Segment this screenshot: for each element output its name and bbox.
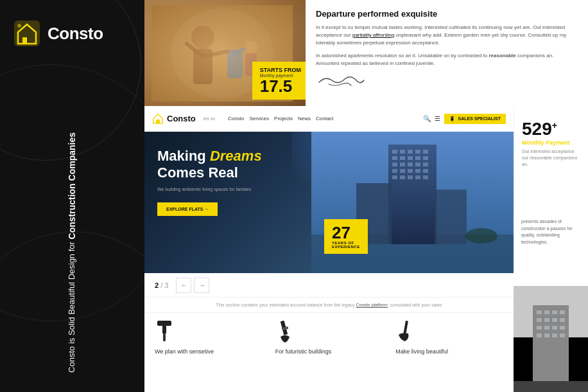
svg-rect-72 (514, 381, 588, 392)
hammer-icon (155, 321, 174, 343)
hero-content: Making Dreams Comes Real We building amb… (144, 132, 311, 273)
consto-platform-link[interactable]: Consto platform (356, 303, 388, 307)
website-preview: Consto en ru Consto Services Projects Ne… (144, 106, 514, 392)
service-label-futuristic: For futuristic buildings (275, 348, 332, 355)
svg-rect-30 (415, 163, 420, 166)
badge-label: Starts from (260, 67, 301, 73)
phone-icon: 📱 (449, 116, 455, 121)
page-number: 2 / 3 (155, 281, 168, 289)
sales-specialist-button[interactable]: 📱 SALES SPECIALIST (444, 114, 506, 124)
svg-rect-59 (560, 310, 565, 314)
hero-title-comes-real: Comes Real (157, 165, 238, 181)
prev-page-button[interactable]: ← (176, 278, 191, 293)
nav-logo[interactable]: Consto (152, 113, 196, 125)
shovel-icon (395, 321, 415, 343)
nav-logo-icon (152, 113, 164, 125)
svg-rect-60 (537, 318, 542, 322)
service-label-plan: We plan with sensetive (155, 348, 214, 355)
right-text-panel: presents decades of construction a passi… (514, 212, 588, 286)
nav-link-services[interactable]: Services (249, 116, 269, 121)
menu-icon[interactable]: ☰ (435, 115, 440, 122)
top-right-section: Starts from Monthy payment 17.5 Departur… (139, 0, 588, 106)
svg-rect-21 (423, 150, 428, 154)
svg-rect-39 (408, 175, 413, 179)
svg-rect-27 (392, 163, 397, 166)
vertical-tagline: Consto is Solid Beautiful Design for Con… (66, 132, 79, 373)
svg-rect-33 (400, 169, 405, 173)
brush-icon (275, 321, 295, 343)
svg-rect-32 (392, 169, 397, 173)
current-page: 2 (155, 281, 159, 289)
services-section: We plan with sensetive For futuristic bu… (144, 313, 514, 362)
svg-rect-31 (423, 163, 428, 166)
nav-link-consto[interactable]: Consto (228, 116, 244, 121)
service-item-beautiful: Make living beautiful (395, 321, 503, 355)
nav-logo-text: Consto (167, 114, 196, 123)
svg-point-8 (245, 40, 257, 53)
tagline-line1: Consto is Solid Beautiful Design (67, 254, 76, 373)
right-building-svg (514, 286, 588, 392)
family-photo-area: Starts from Monthy payment 17.5 (139, 0, 306, 106)
svg-rect-69 (544, 334, 549, 337)
hero-title-dreams: Dreams (210, 148, 262, 164)
years-number: 27 (332, 224, 360, 241)
svg-rect-71 (560, 334, 565, 337)
svg-rect-24 (408, 156, 413, 160)
svg-rect-26 (423, 156, 428, 160)
svg-rect-51 (404, 321, 409, 335)
consto-logo-icon (13, 19, 41, 48)
svg-rect-18 (400, 150, 405, 154)
svg-rect-25 (415, 156, 420, 160)
nav-bar: Consto en ru Consto Services Projects Ne… (144, 106, 514, 132)
svg-point-4 (191, 26, 214, 49)
svg-rect-67 (560, 326, 565, 330)
svg-rect-22 (392, 156, 397, 160)
logo-text: Consto (48, 24, 103, 44)
top-text-content: Departure performed exquisite In it exce… (306, 0, 588, 106)
affronting-link[interactable]: partiality affronting (352, 32, 394, 38)
svg-rect-17 (392, 150, 397, 154)
svg-rect-68 (537, 334, 542, 337)
search-icon[interactable]: 🔍 (423, 115, 431, 122)
next-page-button[interactable]: → (194, 278, 209, 293)
svg-rect-13 (156, 120, 160, 123)
svg-rect-58 (552, 310, 557, 314)
hero-title: Making Dreams Comes Real (157, 148, 298, 182)
hero-subtitle: We building ambientic living spaces for … (157, 187, 298, 192)
total-pages: 3 (164, 281, 168, 289)
tagline-line2: for (67, 240, 76, 252)
nav-language[interactable]: en ru (203, 116, 215, 121)
nav-link-projects[interactable]: Projects (274, 116, 293, 121)
svg-rect-48 (163, 334, 166, 341)
stats-label: Monthly Payment (522, 139, 580, 146)
svg-rect-47 (157, 321, 171, 326)
nav-links: Consto Services Projects News Contact (228, 116, 334, 121)
signature-area (316, 73, 578, 91)
explore-btn-label: EXPLORE FLATS → (166, 207, 209, 211)
svg-line-12 (235, 49, 245, 53)
tagline-line3: Construction Companies (67, 132, 77, 239)
svg-rect-7 (227, 49, 243, 78)
nav-link-news[interactable]: News (298, 116, 311, 121)
stats-superscript: + (552, 120, 557, 130)
svg-line-10 (187, 44, 203, 57)
svg-point-45 (465, 228, 497, 244)
svg-rect-43 (435, 190, 467, 244)
badge-price: 17.5 (260, 78, 301, 94)
logo-area[interactable]: Consto (13, 19, 103, 48)
svg-rect-41 (423, 175, 428, 179)
svg-rect-29 (408, 163, 413, 166)
left-panel: Consto Consto is Solid Beautiful Design … (0, 0, 144, 392)
stats-number: 529+ (522, 119, 580, 139)
service-item-futuristic: For futuristic buildings (275, 321, 383, 355)
svg-rect-38 (400, 175, 405, 179)
nav-link-contact[interactable]: Contact (316, 116, 334, 121)
hero-section: Making Dreams Comes Real We building amb… (144, 132, 514, 273)
svg-rect-35 (415, 169, 420, 173)
explore-flats-button[interactable]: EXPLORE FLATS → (157, 202, 218, 216)
svg-rect-19 (408, 150, 413, 154)
svg-rect-20 (415, 150, 420, 154)
hero-building-area: 27 YEARS OFEXPERIENCE (311, 132, 514, 273)
departure-body-1: In it except to so temper mutual tastes … (316, 24, 578, 47)
svg-rect-34 (408, 169, 413, 173)
